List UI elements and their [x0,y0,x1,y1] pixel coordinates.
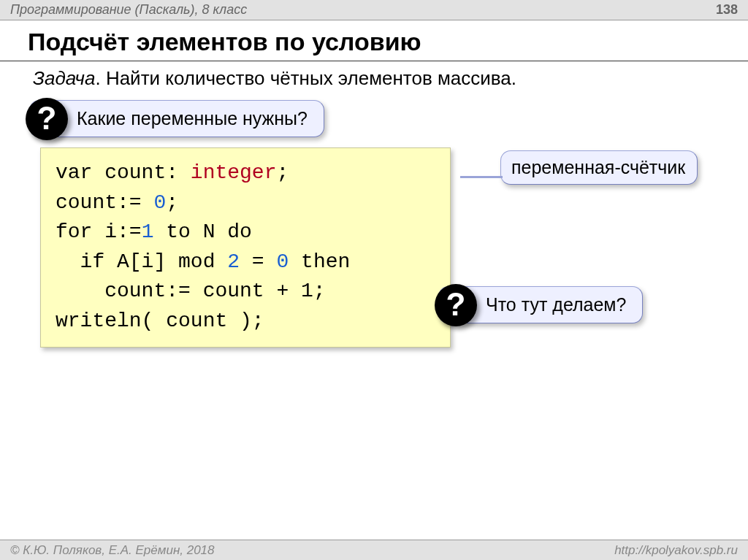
question-2-row: ? Что тут делаем? [438,286,643,323]
footer-bar: © К.Ю. Поляков, Е.А. Ерёмин, 2018 http:/… [0,540,748,560]
header-bar: Программирование (Паскаль), 8 класс 138 [0,0,748,20]
question-callout-1: ? Какие переменные нужны? [29,100,324,137]
code-text: ; [276,161,289,184]
task-text: . Найти количество чётных элементов масс… [95,67,516,89]
task-description: Задача. Найти количество чётных элементо… [0,61,748,100]
code-literal: 2 [227,250,240,273]
course-name: Программирование (Паскаль), 8 класс [10,2,247,18]
code-type-keyword: integer [191,161,277,184]
annotation-counter: переменная-счётчик [500,150,698,185]
code-literal: 0 [276,250,289,273]
code-text: var count: [56,161,191,184]
question-1-text: Какие переменные нужны? [77,108,308,129]
code-text: to N do [153,220,251,243]
footer-author: © К.Ю. Поляков, Е.А. Ерёмин, 2018 [10,543,215,558]
question-callout-2: ? Что тут делаем? [438,286,643,323]
code-text: if A[i] mod [56,250,227,273]
question-mark-icon: ? [26,98,68,140]
code-text: ; [166,191,178,214]
footer-url: http://kpolyakov.spb.ru [614,543,738,558]
code-literal: 1 [142,220,154,243]
code-text: then [289,250,350,273]
code-literal: 0 [153,191,166,214]
code-text: count:= [56,191,153,214]
code-text: for i:= [56,220,142,243]
question-mark-icon: ? [435,284,477,326]
question-1-row: ? Какие переменные нужны? [29,100,748,137]
question-2-text: Что тут делаем? [486,294,626,315]
annotation-counter-text: переменная-счётчик [511,157,685,178]
slide-title: Подсчёт элементов по условию [0,20,748,61]
code-text: writeln( count ); [56,310,264,332]
code-text: count:= count + 1; [56,280,326,302]
code-text: = [240,250,276,273]
code-block: var count: integer; count:= 0; for i:=1 … [40,147,451,348]
task-label: Задача [33,67,95,89]
page-number: 138 [716,2,738,18]
code-area: var count: integer; count:= 0; for i:=1 … [40,147,748,348]
